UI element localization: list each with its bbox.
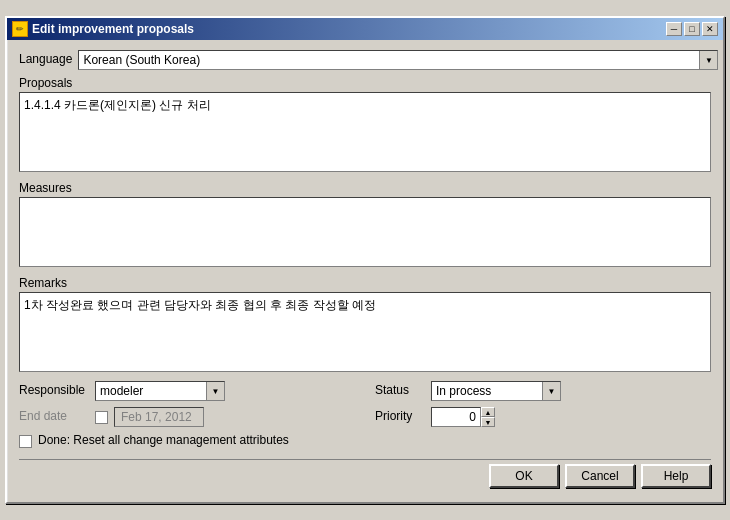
maximize-button[interactable]: □ <box>684 22 700 36</box>
cancel-button[interactable]: Cancel <box>565 464 635 488</box>
language-select-wrapper: Korean (South Korea) ▼ <box>78 50 718 70</box>
close-button[interactable]: ✕ <box>702 22 718 36</box>
left-section: Responsible modeler ▼ End date <box>19 381 355 433</box>
window-icon: ✏ <box>12 21 28 37</box>
language-select[interactable]: Korean (South Korea) <box>78 50 718 70</box>
priority-row: Priority ▲ ▼ <box>375 407 711 427</box>
remarks-row: Remarks <box>19 276 711 375</box>
language-label: Language <box>19 52 72 66</box>
status-select-wrapper: In process ▼ <box>431 381 561 401</box>
responsible-row: Responsible modeler ▼ <box>19 381 355 401</box>
proposals-label: Proposals <box>19 76 711 90</box>
priority-up-button[interactable]: ▲ <box>481 407 495 417</box>
done-checkbox[interactable] <box>19 435 32 448</box>
enddate-checkbox-wrapper <box>95 411 108 424</box>
priority-label: Priority <box>375 409 425 423</box>
right-section: Status In process ▼ Priority ▲ <box>375 381 711 427</box>
priority-spinner: ▲ ▼ <box>431 407 495 427</box>
enddate-label: End date <box>19 409 89 423</box>
remarks-label: Remarks <box>19 276 711 290</box>
measures-label: Measures <box>19 181 711 195</box>
status-label: Status <box>375 383 425 397</box>
responsible-select[interactable]: modeler <box>95 381 225 401</box>
priority-input[interactable] <box>431 407 481 427</box>
status-select[interactable]: In process <box>431 381 561 401</box>
title-bar: ✏ Edit improvement proposals ─ □ ✕ <box>7 18 723 40</box>
priority-down-button[interactable]: ▼ <box>481 417 495 427</box>
done-row: Done: Reset all change management attrib… <box>19 433 711 449</box>
help-button[interactable]: Help <box>641 464 711 488</box>
responsible-select-wrapper: modeler ▼ <box>95 381 225 401</box>
measures-textarea[interactable] <box>19 197 711 267</box>
status-row: Status In process ▼ <box>375 381 711 401</box>
enddate-checkbox[interactable] <box>95 411 108 424</box>
done-label: Done: Reset all change management attrib… <box>38 433 289 447</box>
enddate-row: End date <box>19 407 355 427</box>
button-row: OK Cancel Help <box>19 459 711 492</box>
dialog-content: Language Korean (South Korea) ▼ Proposal… <box>7 40 723 502</box>
ok-button[interactable]: OK <box>489 464 559 488</box>
bottom-fields: Responsible modeler ▼ End date <box>19 381 711 433</box>
measures-row: Measures <box>19 181 711 270</box>
priority-spinner-buttons: ▲ ▼ <box>481 407 495 427</box>
responsible-label: Responsible <box>19 383 89 397</box>
title-buttons: ─ □ ✕ <box>666 22 718 36</box>
language-row: Language Korean (South Korea) ▼ <box>19 50 711 70</box>
language-inline: Language Korean (South Korea) ▼ <box>19 50 711 70</box>
remarks-textarea[interactable] <box>19 292 711 372</box>
proposals-row: Proposals <box>19 76 711 175</box>
enddate-input[interactable] <box>114 407 204 427</box>
minimize-button[interactable]: ─ <box>666 22 682 36</box>
title-bar-left: ✏ Edit improvement proposals <box>12 21 194 37</box>
main-window: ✏ Edit improvement proposals ─ □ ✕ Langu… <box>5 16 725 504</box>
proposals-textarea[interactable] <box>19 92 711 172</box>
window-title: Edit improvement proposals <box>32 22 194 36</box>
